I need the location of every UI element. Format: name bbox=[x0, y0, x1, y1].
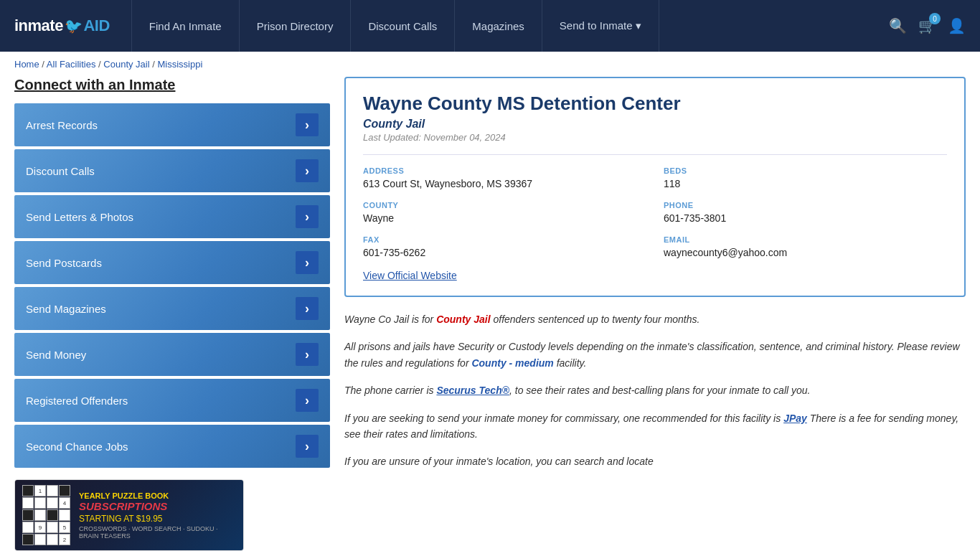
info-grid: ADDRESS 613 Court St, Waynesboro, MS 393… bbox=[363, 154, 947, 258]
facility-card: Wayne County MS Detention Center County … bbox=[344, 77, 966, 297]
ad-price: STARTING AT $19.95 bbox=[79, 514, 236, 524]
sidebar-item-send-money[interactable]: Send Money › bbox=[14, 333, 330, 376]
ad-banner[interactable]: 1 4 95 2 Yearly Puzzle Book SUBSCRIPTION… bbox=[14, 479, 244, 551]
arrow-icon: › bbox=[296, 159, 319, 182]
arrow-icon: › bbox=[296, 435, 319, 458]
arrow-icon: › bbox=[296, 113, 319, 136]
securus-link[interactable]: Securus Tech® bbox=[436, 385, 509, 396]
ad-subtitle: SUBSCRIPTIONS bbox=[79, 500, 236, 512]
sidebar-item-arrest-records[interactable]: Arrest Records › bbox=[14, 103, 330, 146]
county-medium-link: County - medium bbox=[471, 357, 553, 369]
facility-type: County Jail bbox=[363, 118, 947, 131]
logo-bird-icon: 🐦 bbox=[65, 18, 83, 34]
nav-discount-calls[interactable]: Discount Calls bbox=[351, 0, 455, 52]
sidebar-item-second-chance-jobs[interactable]: Second Chance Jobs › bbox=[14, 425, 330, 468]
search-button[interactable]: 🔍 bbox=[889, 17, 907, 34]
ad-title: Yearly Puzzle Book bbox=[79, 491, 236, 500]
jpay-link[interactable]: JPay bbox=[783, 413, 807, 424]
desc-p1: Wayne Co Jail is for County Jail offende… bbox=[344, 311, 966, 327]
desc-p4: If you are seeking to send your inmate m… bbox=[344, 410, 966, 443]
phone-value: 601-735-3801 bbox=[664, 212, 947, 224]
desc-p5: If you are unsure of your inmate's locat… bbox=[344, 453, 966, 469]
sidebar-item-discount-calls[interactable]: Discount Calls › bbox=[14, 149, 330, 192]
phone-block: PHONE 601-735-3801 bbox=[664, 201, 947, 224]
email-block: EMAIL waynecounty6@yahoo.com bbox=[664, 235, 947, 258]
fax-label: FAX bbox=[363, 235, 646, 244]
logo[interactable]: inmate🐦AID bbox=[14, 17, 110, 35]
breadcrumb-county-jail[interactable]: County Jail bbox=[103, 59, 149, 70]
arrow-icon: › bbox=[296, 251, 319, 274]
sidebar-item-registered-offenders[interactable]: Registered Offenders › bbox=[14, 379, 330, 422]
nav-find-inmate[interactable]: Find An Inmate bbox=[131, 0, 240, 52]
main-content: Wayne County MS Detention Center County … bbox=[344, 77, 966, 551]
sidebar-menu: Arrest Records › Discount Calls › Send L… bbox=[14, 103, 330, 468]
facility-updated: Last Updated: November 04, 2024 bbox=[363, 132, 947, 143]
breadcrumb-home[interactable]: Home bbox=[14, 59, 39, 70]
email-value: waynecounty6@yahoo.com bbox=[664, 247, 947, 258]
sidebar-item-send-letters[interactable]: Send Letters & Photos › bbox=[14, 195, 330, 238]
cart-badge: 0 bbox=[929, 13, 941, 24]
county-jail-link[interactable]: County Jail bbox=[436, 314, 490, 325]
arrow-icon: › bbox=[296, 389, 319, 412]
fax-value: 601-735-6262 bbox=[363, 247, 646, 258]
address-block: ADDRESS 613 Court St, Waynesboro, MS 393… bbox=[363, 166, 646, 189]
puzzle-grid: 1 4 95 2 bbox=[22, 485, 70, 545]
cart-button[interactable]: 🛒 0 bbox=[918, 17, 936, 34]
sidebar: Connect with an Inmate Arrest Records › … bbox=[14, 77, 330, 551]
desc-p3: The phone carrier is Securus Tech®, to s… bbox=[344, 382, 966, 398]
county-value: Wayne bbox=[363, 212, 646, 224]
address-label: ADDRESS bbox=[363, 166, 646, 175]
nav-magazines[interactable]: Magazines bbox=[455, 0, 542, 52]
breadcrumb-all-facilities[interactable]: All Facilities bbox=[47, 59, 96, 70]
nav-prison-directory[interactable]: Prison Directory bbox=[240, 0, 352, 52]
sidebar-heading: Connect with an Inmate bbox=[14, 77, 330, 93]
facility-name: Wayne County MS Detention Center bbox=[363, 93, 947, 115]
user-button[interactable]: 👤 bbox=[948, 17, 966, 34]
county-block: COUNTY Wayne bbox=[363, 201, 646, 224]
site-header: inmate🐦AID Find An Inmate Prison Directo… bbox=[0, 0, 980, 52]
header-icons: 🔍 🛒 0 👤 bbox=[889, 17, 966, 34]
beds-label: BEDS bbox=[664, 166, 947, 175]
ad-features: CROSSWORDS · WORD SEARCH · SUDOKU · BRAI… bbox=[79, 525, 236, 540]
description: Wayne Co Jail is for County Jail offende… bbox=[344, 311, 966, 470]
sidebar-item-send-magazines[interactable]: Send Magazines › bbox=[14, 287, 330, 330]
arrow-icon: › bbox=[296, 297, 319, 320]
beds-value: 118 bbox=[664, 178, 947, 189]
arrow-icon: › bbox=[296, 343, 319, 366]
fax-block: FAX 601-735-6262 bbox=[363, 235, 646, 258]
view-website: View Official Website bbox=[363, 270, 947, 281]
breadcrumb-mississippi[interactable]: Mississippi bbox=[157, 59, 202, 70]
county-label: COUNTY bbox=[363, 201, 646, 209]
arrow-icon: › bbox=[296, 205, 319, 228]
nav-send-to-inmate[interactable]: Send to Inmate ▾ bbox=[542, 0, 659, 52]
email-label: EMAIL bbox=[664, 235, 947, 244]
address-value: 613 Court St, Waynesboro, MS 39367 bbox=[363, 178, 646, 189]
main-nav: Find An Inmate Prison Directory Discount… bbox=[131, 0, 889, 52]
sidebar-item-send-postcards[interactable]: Send Postcards › bbox=[14, 241, 330, 284]
page-container: Connect with an Inmate Arrest Records › … bbox=[0, 77, 980, 551]
view-website-link[interactable]: View Official Website bbox=[363, 270, 457, 281]
beds-block: BEDS 118 bbox=[664, 166, 947, 189]
breadcrumb: Home / All Facilities / County Jail / Mi… bbox=[0, 52, 980, 77]
phone-label: PHONE bbox=[664, 201, 947, 209]
desc-p2: All prisons and jails have Security or C… bbox=[344, 339, 966, 371]
